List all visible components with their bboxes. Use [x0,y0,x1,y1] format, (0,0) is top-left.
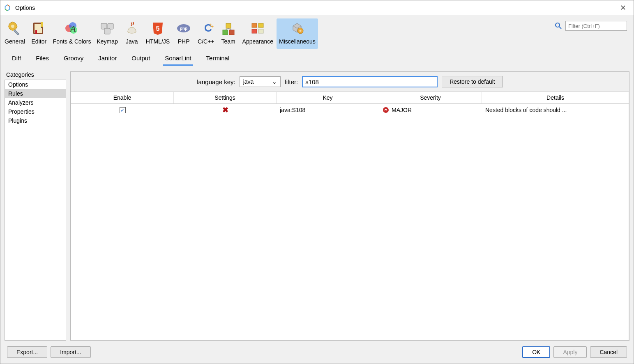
x-icon: ✖ [222,105,228,114]
subtab-janitor[interactable]: Janitor [97,50,118,66]
category-analyzers[interactable]: Analyzers [5,98,66,107]
export-button[interactable]: Export... [7,346,47,358]
subtab-sonarlint[interactable]: SonarLint [163,50,193,66]
category-rules[interactable]: Rules [5,89,66,98]
miscellaneous-icon [289,20,305,37]
cancel-button[interactable]: Cancel [590,346,627,358]
svg-rect-29 [258,29,263,33]
subtab-terminal[interactable]: Terminal [205,50,231,66]
restore-default-button[interactable]: Restore to default [442,76,503,87]
subtab-diff[interactable]: Diff [10,50,23,66]
svg-rect-5 [41,22,43,27]
footer: Export... Import... OK Apply Cancel [0,341,634,364]
gear-wrench-icon [7,20,23,37]
filter-label: filter: [285,78,298,85]
svg-rect-21 [226,23,231,28]
svg-rect-23 [229,30,234,35]
svg-point-32 [556,23,560,27]
svg-rect-13 [104,28,110,34]
svg-rect-2 [14,30,19,35]
toolbar-keymap[interactable]: Keymap [94,18,120,49]
language-key-label: language key: [197,78,235,85]
keymap-icon [99,20,115,37]
table-header: Enable Settings Key Severity Details [71,92,629,104]
c-cpp-icon: C++ [198,20,214,37]
svg-rect-22 [223,30,228,35]
categories-label: Categories [5,71,66,80]
cell-settings[interactable]: ✖ [174,104,277,116]
subtab-output[interactable]: Output [130,50,152,66]
fonts-colors-icon: A [64,20,80,37]
toolbar-c-cpp[interactable]: C++ C/C++ [195,18,217,49]
close-icon[interactable]: ✕ [616,2,630,14]
toolbar-php[interactable]: php PHP [173,18,194,49]
team-icon [220,20,237,37]
window-title: Options [15,5,616,11]
import-button[interactable]: Import... [51,346,90,358]
search-icon [555,22,562,30]
filter-input[interactable] [302,76,438,87]
main-panel: language key: java ⌄ filter: Restore to … [70,71,629,341]
category-properties[interactable]: Properties [5,107,66,116]
svg-rect-6 [35,30,37,34]
language-select[interactable]: java ⌄ [240,76,281,87]
svg-point-34 [383,107,389,113]
toolbar-fonts-colors[interactable]: A Fonts & Colors [51,18,94,49]
subtab-groovy[interactable]: Groovy [62,50,85,66]
categories-list: Options Rules Analyzers Properties Plugi… [5,80,66,341]
svg-text:+: + [211,24,214,30]
th-severity[interactable]: Severity [379,92,482,103]
th-details[interactable]: Details [482,92,629,103]
svg-line-24 [225,28,228,30]
rules-table: Enable Settings Key Severity Details ✓ ✖… [71,92,629,340]
toolbar: General Editor A Fonts & Colors Keymap J… [0,15,634,49]
appearance-icon [249,20,266,37]
svg-point-31 [300,30,302,32]
cell-enable[interactable]: ✓ [71,105,174,115]
category-plugins[interactable]: Plugins [5,116,66,125]
toolbar-editor[interactable]: Editor [28,18,50,49]
ok-button[interactable]: OK [522,346,550,358]
toolbar-html-js[interactable]: 5 HTML/JS [143,18,172,49]
apply-button[interactable]: Apply [553,346,587,358]
toolbar-java[interactable]: Java [121,18,143,49]
enable-checkbox[interactable]: ✓ [120,107,126,113]
category-options[interactable]: Options [5,80,66,89]
filter-row: language key: java ⌄ filter: Restore to … [71,72,629,92]
cell-key: java:S108 [277,105,379,115]
svg-rect-27 [258,23,263,27]
subtab-files[interactable]: Files [34,50,51,66]
svg-text:php: php [180,26,187,31]
svg-text:5: 5 [156,25,159,32]
svg-line-33 [559,27,561,29]
toolbar-search [550,18,632,33]
html5-icon: 5 [150,20,166,37]
cell-severity: MAJOR [379,105,482,115]
content: Categories Options Rules Analyzers Prope… [0,67,634,341]
th-settings[interactable]: Settings [174,92,277,103]
svg-line-25 [228,28,232,30]
app-icon [4,4,11,11]
toolbar-appearance[interactable]: Appearance [240,18,276,49]
svg-point-1 [11,25,14,28]
editor-icon [31,20,47,37]
language-select-value: java [243,78,254,85]
svg-rect-28 [252,29,257,33]
categories-panel: Categories Options Rules Analyzers Prope… [5,71,66,341]
titlebar: Options ✕ [0,0,634,15]
svg-rect-26 [252,23,257,27]
subtabs: Diff Files Groovy Janitor Output SonarLi… [0,49,634,67]
svg-text:A: A [69,23,76,34]
filter-search-input[interactable] [565,21,627,31]
th-key[interactable]: Key [277,92,379,103]
toolbar-miscellaneous[interactable]: Miscellaneous [277,18,318,49]
chevron-down-icon: ⌄ [272,78,277,85]
toolbar-team[interactable]: Team [218,18,239,49]
table-row[interactable]: ✓ ✖ java:S108 MAJOR Nested blocks of cod… [71,104,629,116]
th-enable[interactable]: Enable [71,92,174,103]
toolbar-general[interactable]: General [2,18,28,49]
cell-details: Nested blocks of code should ... [482,105,629,115]
table-body: ✓ ✖ java:S108 MAJOR Nested blocks of cod… [71,104,629,340]
java-icon [124,20,140,37]
severity-major-icon [383,107,389,113]
